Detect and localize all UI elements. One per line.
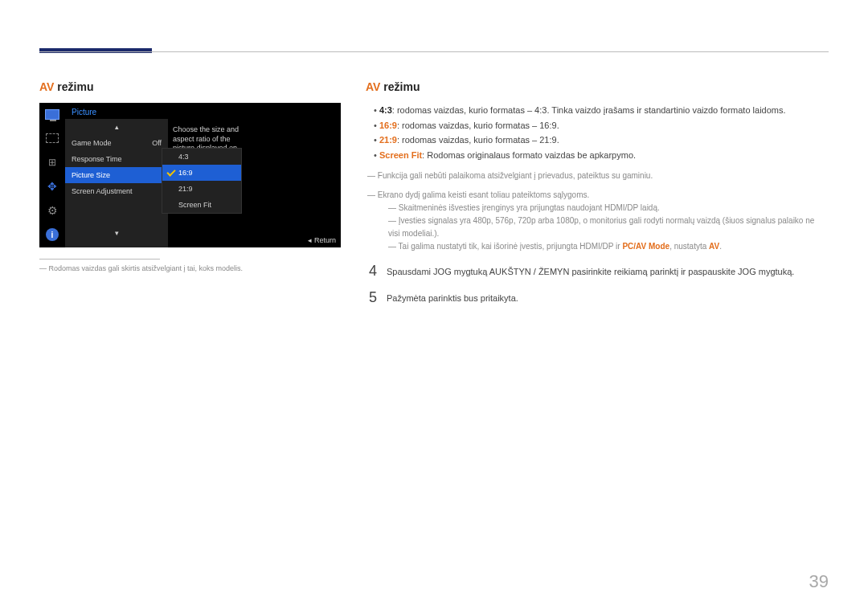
move-icon: ✥ <box>44 178 60 194</box>
display-icon: ⊞ <box>44 154 60 170</box>
osd-menu: ▴ Game Mode Off Response Time Picture Si… <box>65 119 168 247</box>
step-4: 4 Spausdami JOG mygtuką AUKŠTYN / ŽEMYN … <box>366 263 828 280</box>
menu-label: Screen Adjustment <box>72 183 133 199</box>
menu-picture-size: Picture Size <box>65 167 168 183</box>
subnote-hdmi: Skaitmeninės išvesties įrenginys yra pri… <box>366 202 828 215</box>
note-ports: Funkcija gali nebūti palaikoma atsižvelg… <box>366 170 828 182</box>
heading-black: režimu <box>54 80 93 93</box>
heading-orange: AV <box>366 80 380 93</box>
step-number: 5 <box>366 289 377 306</box>
osd-title: Picture <box>65 103 341 119</box>
heading-orange: AV <box>39 80 54 93</box>
bullet-list: 4:3: rodomas vaizdas, kurio formatas – 4… <box>366 103 828 163</box>
step-5: 5 Pažymėta parinktis bus pritaikyta. <box>366 289 828 306</box>
gear-icon: ⚙ <box>44 202 60 219</box>
submenu-4-3: 4:3 <box>162 149 241 165</box>
menu-value: Off <box>152 135 162 151</box>
menu-label: Picture Size <box>72 167 110 183</box>
header-accent-bar <box>39 48 152 53</box>
right-heading: AV režimu <box>366 80 828 93</box>
heading-black: režimu <box>380 80 420 93</box>
step-text: Spausdami JOG mygtuką AUKŠTYN / ŽEMYN pa… <box>387 263 794 280</box>
submenu-21-9: 21:9 <box>162 181 241 197</box>
menu-label: Response Time <box>72 151 122 167</box>
left-column: AV režimu ⊞ ✥ ⚙ i Picture ▴ Game Mode Of… <box>39 80 345 272</box>
scroll-down-icon: ▾ <box>65 225 168 241</box>
monitor-icon <box>44 106 60 122</box>
page-number: 39 <box>809 571 829 592</box>
aspect-icon <box>44 130 60 146</box>
note-conditions: Ekrano dydį galima keisti esant toliau p… <box>366 189 828 202</box>
osd-submenu: 4:3 16:9 21:9 Screen Fit <box>162 148 242 214</box>
osd-screenshot: ⊞ ✥ ⚙ i Picture ▴ Game Mode Off Response… <box>39 103 341 247</box>
left-heading: AV režimu <box>39 80 345 93</box>
submenu-16-9: 16:9 <box>162 165 241 181</box>
step-text: Pažymėta parinktis bus pritaikyta. <box>387 289 518 306</box>
bullet-4-3: 4:3: rodomas vaizdas, kurio formatas – 4… <box>374 103 828 118</box>
bullet-21-9: 21:9: rodomas vaizdas, kurio formatas – … <box>374 133 828 148</box>
subnote-signal: Įvesties signalas yra 480p, 576p, 720p a… <box>366 215 828 240</box>
header-rule <box>39 51 829 52</box>
osd-main: Picture ▴ Game Mode Off Response Time Pi… <box>65 103 341 247</box>
left-footnote: Rodomas vaizdas gali skirtis atsižvelgia… <box>39 264 345 272</box>
footnote-separator <box>39 259 160 260</box>
menu-screen-adjustment: Screen Adjustment <box>65 183 168 199</box>
bullet-16-9: 16:9: rodomas vaizdas, kurio formatas – … <box>374 118 828 133</box>
scroll-up-icon: ▴ <box>65 119 168 135</box>
bullet-screen-fit: Screen Fit: Rodomas originalaus formato … <box>374 148 828 163</box>
subnote-pcav: Tai galima nustatyti tik, kai išorinė įv… <box>366 240 828 253</box>
menu-response-time: Response Time <box>65 151 168 167</box>
info-icon: i <box>44 227 60 243</box>
right-column: AV režimu 4:3: rodomas vaizdas, kurio fo… <box>366 80 828 306</box>
menu-game-mode: Game Mode Off <box>65 135 168 151</box>
osd-sidebar: ⊞ ✥ ⚙ i <box>39 103 65 247</box>
osd-return: Return <box>308 236 336 244</box>
menu-label: Game Mode <box>72 135 112 151</box>
step-number: 4 <box>366 263 377 280</box>
submenu-screen-fit: Screen Fit <box>162 197 241 213</box>
